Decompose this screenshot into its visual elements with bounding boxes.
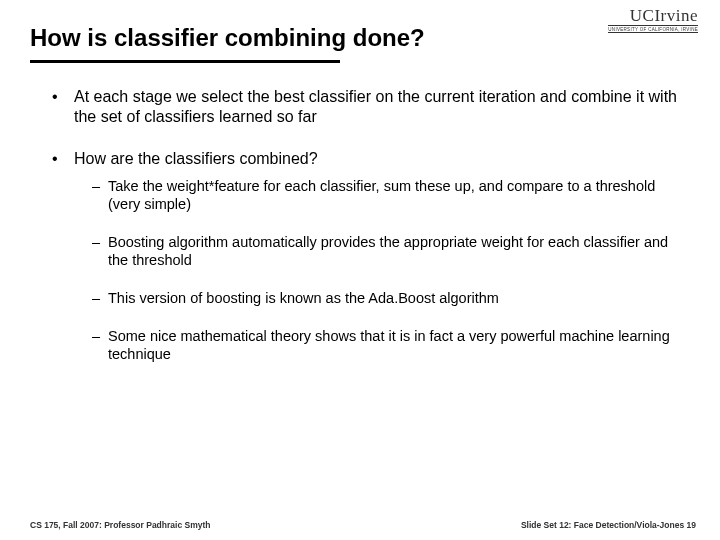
list-item: – This version of boosting is known as t… [92, 289, 690, 307]
nested-item-text: Boosting algorithm automatically provide… [108, 233, 690, 269]
bullet-icon: • [52, 149, 74, 383]
page-title: How is classifier combining done? [30, 24, 690, 52]
slide-footer: CS 175, Fall 2007: Professor Padhraic Sm… [30, 520, 696, 530]
list-item-text: How are the classifiers combined? [74, 150, 318, 167]
nested-item-text: Take the weight*feature for each classif… [108, 177, 690, 213]
dash-icon: – [92, 289, 108, 307]
nested-item-text: This version of boosting is known as the… [108, 289, 499, 307]
dash-icon: – [92, 327, 108, 363]
list-item: • At each stage we select the best class… [52, 87, 690, 127]
footer-left: CS 175, Fall 2007: Professor Padhraic Sm… [30, 520, 210, 530]
nested-list: – Take the weight*feature for each class… [74, 177, 690, 363]
list-item: – Some nice mathematical theory shows th… [92, 327, 690, 363]
list-item: – Take the weight*feature for each class… [92, 177, 690, 213]
logo-main-text: UCIrvine [608, 6, 698, 26]
bullet-icon: • [52, 87, 74, 127]
university-logo: UCIrvine UNIVERSITY OF CALIFORNIA, IRVIN… [608, 6, 698, 33]
footer-right: Slide Set 12: Face Detection/Viola-Jones… [521, 520, 696, 530]
bullet-list: • At each stage we select the best class… [30, 87, 690, 383]
list-item: • How are the classifiers combined? – Ta… [52, 149, 690, 383]
list-item-text: At each stage we select the best classif… [74, 87, 690, 127]
dash-icon: – [92, 177, 108, 213]
dash-icon: – [92, 233, 108, 269]
nested-item-text: Some nice mathematical theory shows that… [108, 327, 690, 363]
slide: UCIrvine UNIVERSITY OF CALIFORNIA, IRVIN… [0, 0, 720, 540]
logo-sub-text: UNIVERSITY OF CALIFORNIA, IRVINE [608, 25, 698, 33]
list-item: – Boosting algorithm automatically provi… [92, 233, 690, 269]
title-rule [30, 60, 340, 63]
